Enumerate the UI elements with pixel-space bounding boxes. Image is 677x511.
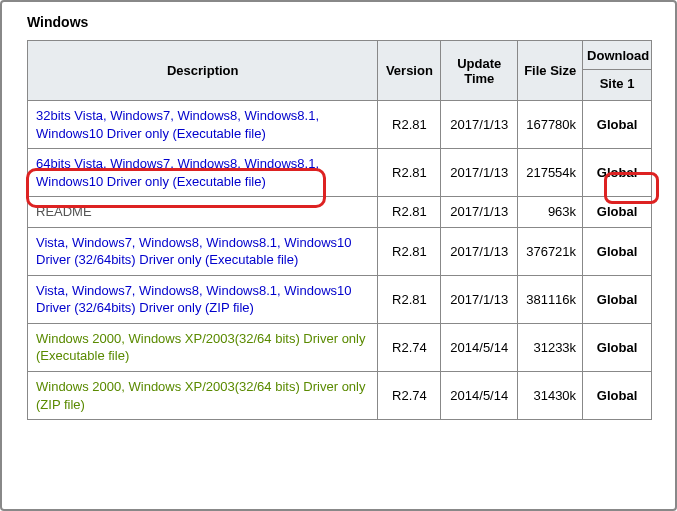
file-size-cell: 31430k: [518, 372, 583, 420]
description-cell[interactable]: Vista, Windows7, Windows8, Windows8.1, W…: [28, 227, 378, 275]
table-row: Vista, Windows7, Windows8, Windows8.1, W…: [28, 275, 652, 323]
col-header-description: Description: [28, 41, 378, 101]
version-cell: R2.81: [378, 101, 441, 149]
col-header-download: Download: [583, 41, 652, 70]
table-row: READMER2.812017/1/13963kGlobal: [28, 197, 652, 228]
section-title: Windows: [27, 14, 652, 30]
table-row: Windows 2000, Windows XP/2003(32/64 bits…: [28, 372, 652, 420]
description-link[interactable]: 64bits Vista, Windows7, Windows8, Window…: [36, 156, 319, 189]
description-link[interactable]: 32bits Vista, Windows7, Windows8, Window…: [36, 108, 319, 141]
update-time-cell: 2017/1/13: [441, 197, 518, 228]
version-cell: R2.74: [378, 372, 441, 420]
description-link: README: [36, 204, 92, 219]
description-cell[interactable]: 64bits Vista, Windows7, Windows8, Window…: [28, 149, 378, 197]
description-link[interactable]: Windows 2000, Windows XP/2003(32/64 bits…: [36, 379, 365, 412]
description-cell[interactable]: Windows 2000, Windows XP/2003(32/64 bits…: [28, 372, 378, 420]
file-size-cell: 381116k: [518, 275, 583, 323]
version-cell: R2.81: [378, 227, 441, 275]
description-link[interactable]: Windows 2000, Windows XP/2003(32/64 bits…: [36, 331, 365, 364]
description-cell: README: [28, 197, 378, 228]
col-header-file-size: File Size: [518, 41, 583, 101]
download-cell: Global: [583, 149, 652, 197]
version-cell: R2.81: [378, 275, 441, 323]
download-link-global[interactable]: Global: [597, 117, 637, 132]
description-link[interactable]: Vista, Windows7, Windows8, Windows8.1, W…: [36, 235, 352, 268]
download-link-global[interactable]: Global: [597, 204, 637, 219]
table-row: 64bits Vista, Windows7, Windows8, Window…: [28, 149, 652, 197]
update-time-cell: 2017/1/13: [441, 227, 518, 275]
table-row: 32bits Vista, Windows7, Windows8, Window…: [28, 101, 652, 149]
download-cell: Global: [583, 197, 652, 228]
description-cell[interactable]: Windows 2000, Windows XP/2003(32/64 bits…: [28, 323, 378, 371]
file-size-cell: 31233k: [518, 323, 583, 371]
download-link-global[interactable]: Global: [597, 292, 637, 307]
description-cell[interactable]: Vista, Windows7, Windows8, Windows8.1, W…: [28, 275, 378, 323]
download-cell: Global: [583, 275, 652, 323]
file-size-cell: 167780k: [518, 101, 583, 149]
file-size-cell: 963k: [518, 197, 583, 228]
update-time-cell: 2014/5/14: [441, 323, 518, 371]
download-link-global[interactable]: Global: [597, 165, 637, 180]
col-header-update-time: Update Time: [441, 41, 518, 101]
version-cell: R2.74: [378, 323, 441, 371]
download-link-global[interactable]: Global: [597, 244, 637, 259]
table-row: Windows 2000, Windows XP/2003(32/64 bits…: [28, 323, 652, 371]
download-cell: Global: [583, 101, 652, 149]
version-cell: R2.81: [378, 197, 441, 228]
description-link[interactable]: Vista, Windows7, Windows8, Windows8.1, W…: [36, 283, 352, 316]
download-link-global[interactable]: Global: [597, 340, 637, 355]
download-cell: Global: [583, 227, 652, 275]
downloads-table: Description Version Update Time File Siz…: [27, 40, 652, 420]
update-time-cell: 2017/1/13: [441, 275, 518, 323]
download-cell: Global: [583, 372, 652, 420]
file-size-cell: 217554k: [518, 149, 583, 197]
update-time-cell: 2017/1/13: [441, 101, 518, 149]
update-time-cell: 2017/1/13: [441, 149, 518, 197]
version-cell: R2.81: [378, 149, 441, 197]
download-link-global[interactable]: Global: [597, 388, 637, 403]
table-row: Vista, Windows7, Windows8, Windows8.1, W…: [28, 227, 652, 275]
col-header-version: Version: [378, 41, 441, 101]
update-time-cell: 2014/5/14: [441, 372, 518, 420]
download-cell: Global: [583, 323, 652, 371]
file-size-cell: 376721k: [518, 227, 583, 275]
col-header-site1: Site 1: [583, 69, 652, 100]
description-cell[interactable]: 32bits Vista, Windows7, Windows8, Window…: [28, 101, 378, 149]
